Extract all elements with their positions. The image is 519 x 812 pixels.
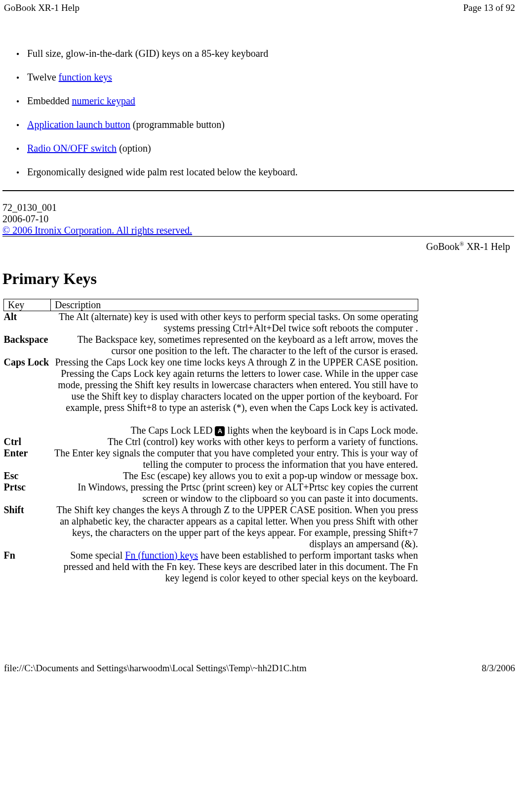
main-content: Full size, glow-in-the-dark (GID) keys o… (0, 48, 519, 584)
help-label-pre: GoBook (426, 241, 460, 252)
table-row: Caps Lock Pressing the Caps Lock key one… (4, 357, 418, 436)
key-description: Pressing the Caps Lock key one time lock… (51, 357, 418, 436)
page-footer: file://C:\Documents and Settings\harwood… (0, 660, 519, 676)
app-launch-link[interactable]: Application launch button (27, 119, 130, 130)
help-label-post: XR-1 Help (464, 241, 510, 252)
capslock-led-icon: A (215, 426, 225, 436)
key-name: Enter (4, 447, 51, 470)
key-description: In Windows, pressing the Prtsc (print sc… (51, 482, 418, 504)
footer-path: file://C:\Documents and Settings\harwood… (4, 663, 307, 674)
feature-text: Twelve (27, 72, 59, 82)
list-item: Twelve function keys (27, 72, 514, 83)
capslock-desc-part1: Pressing the Caps Lock key one time lock… (55, 357, 418, 413)
section-title: Primary Keys (2, 270, 514, 288)
table-header-row: Key Description (4, 299, 418, 311)
table-row: Esc The Esc (escape) key allows you to e… (4, 470, 418, 482)
key-name: Ctrl (4, 436, 51, 447)
list-item: Radio ON/OFF switch (option) (27, 143, 514, 154)
table-row: Prtsc In Windows, pressing the Prtsc (pr… (4, 482, 418, 504)
primary-keys-table: Key Description Alt The Alt (alternate) … (3, 299, 418, 584)
table-row: Shift The Shift key changes the keys A t… (4, 504, 418, 550)
list-item: Full size, glow-in-the-dark (GID) keys o… (27, 48, 514, 59)
list-item: Application launch button (programmable … (27, 119, 514, 130)
key-name: Fn (4, 550, 51, 584)
key-name: Esc (4, 470, 51, 482)
feature-text: Embedded (27, 95, 72, 106)
copyright-link[interactable]: © 2006 Itronix Corporation. All rights r… (2, 225, 192, 236)
table-row: Fn Some special Fn (function) keys have … (4, 550, 418, 584)
table-row: Alt The Alt (alternate) key is used with… (4, 311, 418, 334)
table-row: Enter The Enter key signals the computer… (4, 447, 418, 470)
key-name: Alt (4, 311, 51, 334)
key-description: The Ctrl (control) key works with other … (51, 436, 418, 447)
page-header: GoBook XR-1 Help Page 13 of 92 (0, 0, 519, 16)
key-name: Caps Lock (4, 357, 51, 436)
table-row: Backspace The Backspace key, sometimes r… (4, 334, 418, 357)
registered-mark: ® (460, 241, 464, 247)
divider (2, 190, 514, 191)
list-item: Embedded numeric keypad (27, 95, 514, 107)
doc-date: 2006-07-10 (2, 213, 514, 225)
col-header-key: Key (4, 299, 51, 311)
feature-text: (programmable button) (130, 119, 225, 130)
document-metadata: 72_0130_001 2006-07-10 © 2006 Itronix Co… (2, 202, 514, 236)
fn-desc-pre: Some special (70, 550, 125, 561)
key-description: The Shift key changes the keys A through… (51, 504, 418, 550)
radio-switch-link[interactable]: Radio ON/OFF switch (27, 143, 117, 154)
feature-text: Full size, glow-in-the-dark (GID) keys o… (27, 48, 268, 59)
table-row: Ctrl The Ctrl (control) key works with o… (4, 436, 418, 447)
key-description: The Enter key signals the computer that … (51, 447, 418, 470)
header-title: GoBook XR-1 Help (4, 2, 80, 13)
col-header-description: Description (51, 299, 418, 311)
feature-text: Ergonomically designed wide palm rest lo… (27, 166, 298, 177)
key-description: The Backspace key, sometimes represented… (51, 334, 418, 357)
key-name: Prtsc (4, 482, 51, 504)
key-name: Backspace (4, 334, 51, 357)
capslock-desc-pre: The Caps Lock LED (130, 425, 215, 436)
key-name: Shift (4, 504, 51, 550)
key-description: Some special Fn (function) keys have bee… (51, 550, 418, 584)
header-page-info: Page 13 of 92 (463, 2, 515, 13)
numeric-keypad-link[interactable]: numeric keypad (72, 95, 135, 106)
capslock-desc-post: lights when the keyboard is in Caps Lock… (225, 425, 418, 436)
help-label: GoBook® XR-1 Help (2, 236, 514, 252)
doc-number: 72_0130_001 (2, 202, 514, 213)
key-description: The Esc (escape) key allows you to exit … (51, 470, 418, 482)
function-keys-link[interactable]: function keys (59, 72, 112, 82)
footer-date: 8/3/2006 (481, 663, 515, 674)
features-list: Full size, glow-in-the-dark (GID) keys o… (2, 48, 514, 178)
feature-text: (option) (117, 143, 151, 154)
list-item: Ergonomically designed wide palm rest lo… (27, 166, 514, 178)
fn-keys-link[interactable]: Fn (function) keys (125, 550, 198, 561)
key-description: The Alt (alternate) key is used with oth… (51, 311, 418, 334)
